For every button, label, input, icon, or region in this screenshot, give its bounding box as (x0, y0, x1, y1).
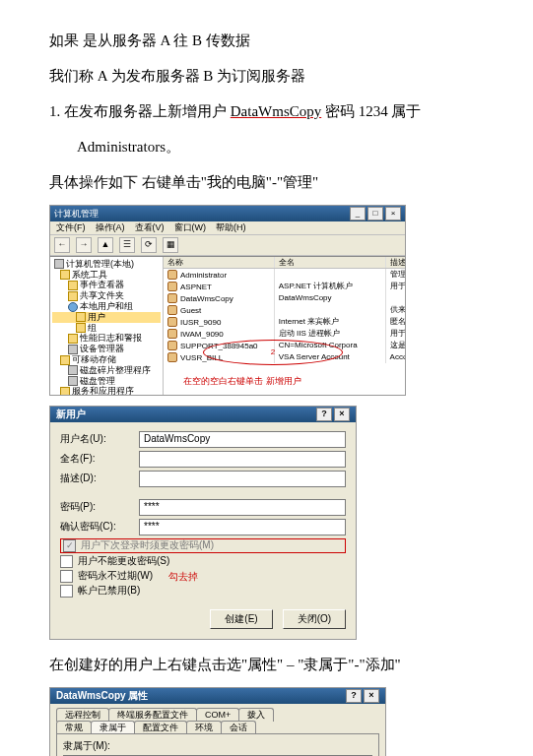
tree-svcapp[interactable]: 服务和应用程序 (52, 386, 161, 394)
chk-disabled-label: 帐户已禁用(B) (78, 585, 140, 597)
minimize-button[interactable]: _ (350, 207, 366, 220)
chk-never-expire-label: 密码永不过期(W) (78, 570, 153, 582)
cm-toolbar: ← → ▲ ☰ ⟳ ▦ (50, 235, 405, 256)
tree-users[interactable]: 用户 (52, 312, 161, 323)
list-item[interactable]: IUSR_9090Internet 来宾帐户匿名访问 Intern (164, 316, 405, 328)
close-button[interactable]: × (364, 689, 379, 703)
annotation-note: 勾去掉 (168, 571, 346, 583)
cm-list: 名称 全名 描述 Administrator管理计算机(域)的 ASPNETAS… (164, 257, 405, 395)
chk-disabled[interactable]: 帐户已禁用(B) (60, 585, 346, 598)
tree-shared[interactable]: 共享文件夹 (52, 290, 161, 301)
cm-tree: 计算机管理(本地) 系统工具 事件查看器 共享文件夹 本地用户和组 用户 组 性… (50, 257, 164, 395)
para-4: 具体操作如下 右键单击"我的电脑"-"管理" (49, 167, 484, 197)
username-input[interactable]: DataWmsCopy (139, 431, 346, 448)
computer-management-window: 计算机管理 _ □ × 文件(F) 操作(A) 查看(V) 窗口(W) 帮助(H… (49, 205, 406, 396)
tree-sys[interactable]: 系统工具 (52, 270, 161, 281)
user-icon (167, 305, 177, 315)
menu-window[interactable]: 窗口(W) (174, 222, 207, 233)
tab-tsprofile[interactable]: 终端服务配置文件 (108, 708, 197, 722)
user-icon (167, 317, 177, 327)
tab-env[interactable]: 环境 (186, 721, 222, 734)
datawmscopy-underline: DataWmsCopy (231, 103, 321, 119)
nu-title: 新用户 (56, 409, 86, 420)
pr-tabs: 远程控制 终端服务配置文件 COM+ 拨入 常规 隶属于 配置文件 环境 会话 (50, 704, 385, 734)
col-desc[interactable]: 描述 (386, 257, 405, 269)
checkbox-icon (60, 570, 73, 583)
chk-must-change-label: 用户下次登录时须更改密码(M) (81, 539, 214, 551)
password-input[interactable]: **** (139, 499, 346, 516)
menu-action[interactable]: 操作(A) (96, 222, 125, 233)
fullname-input[interactable] (139, 451, 346, 468)
pr-titlebar: DataWmsCopy 属性 ? × (50, 688, 385, 704)
memberof-label: 隶属于(M): (63, 740, 372, 752)
lbl-desc: 描述(D): (60, 472, 139, 484)
col-full[interactable]: 全名 (275, 257, 386, 269)
menu-file[interactable]: 文件(F) (56, 222, 86, 233)
tree-defrag[interactable]: 磁盘碎片整理程序 (52, 365, 161, 376)
list-item[interactable]: Guest供来宾访问计算机 (164, 304, 405, 316)
tree-devmgr[interactable]: 设备管理器 (52, 344, 161, 354)
cm-titlebar: 计算机管理 _ □ × (50, 206, 405, 221)
tree-perf[interactable]: 性能日志和警报 (52, 333, 161, 344)
checkbox-icon (60, 555, 73, 568)
tab-session[interactable]: 会话 (221, 721, 256, 734)
user-icon (167, 293, 177, 303)
menu-view[interactable]: 查看(V) (135, 222, 165, 233)
forward-icon[interactable]: → (76, 237, 92, 253)
tab-profile[interactable]: 配置文件 (134, 721, 187, 734)
para-3b: 密码 1234 属于 (321, 103, 421, 119)
export-icon[interactable]: ▦ (163, 237, 178, 253)
pr-sheet: 隶属于(M): Administrators SQLServer2005MSSQ… (56, 733, 379, 756)
user-icon (167, 341, 177, 350)
cm-menubar: 文件(F) 操作(A) 查看(V) 窗口(W) 帮助(H) (50, 221, 405, 235)
para-3c: Administrators。 (49, 132, 484, 161)
props-icon[interactable]: ☰ (119, 237, 135, 253)
para-3a: 1. 在发布服务器上新增用户 (49, 103, 231, 119)
desc-input[interactable] (139, 471, 346, 487)
tree-event[interactable]: 事件查看器 (52, 280, 161, 290)
para-5: 在创建好的用户上右键点击选"属性" – "隶属于"-"添加" (49, 650, 484, 679)
list-item[interactable]: DataWmsCopyDataWmsCopy (164, 292, 405, 304)
tab-memberof[interactable]: 隶属于 (91, 721, 135, 734)
tab-remote[interactable]: 远程控制 (56, 708, 109, 722)
up-icon[interactable]: ▲ (98, 237, 113, 253)
tab-general[interactable]: 常规 (56, 721, 92, 734)
confirm-input[interactable]: **** (139, 519, 346, 536)
back-icon[interactable]: ← (54, 237, 70, 253)
tab-complus[interactable]: COM+ (196, 708, 239, 722)
tree-storage[interactable]: 可移动存储 (52, 354, 161, 365)
lbl-fullname: 全名(F): (60, 453, 139, 465)
tree-diskmgr[interactable]: 磁盘管理 (52, 376, 161, 387)
tab-dialin[interactable]: 拨入 (238, 708, 274, 722)
cm-title: 计算机管理 (54, 209, 99, 220)
para-1: 如果 是从服务器 A 往 B 传数据 (49, 26, 484, 55)
maximize-button[interactable]: □ (367, 207, 383, 220)
list-item[interactable]: IWAM_9090启动 IIS 进程帐户用于启动进程外应 (164, 328, 405, 340)
close-button[interactable]: × (385, 207, 401, 220)
user-icon (167, 282, 177, 291)
list-item[interactable]: Administrator管理计算机(域)的 (164, 269, 405, 281)
tree-localusers[interactable]: 本地用户和组 (52, 301, 161, 312)
para-3: 1. 在发布服务器上新增用户 DataWmsCopy 密码 1234 属于 (49, 96, 484, 126)
annotation-hint: 在空的空白右键单击 新增用户 (183, 376, 301, 387)
user-icon (167, 352, 177, 362)
nu-titlebar: 新用户 ? × (50, 407, 356, 422)
help-button[interactable]: ? (346, 689, 362, 703)
help-button[interactable]: ? (316, 408, 332, 421)
tree-groups[interactable]: 组 (52, 323, 161, 334)
lbl-confirm: 确认密码(C): (60, 521, 139, 533)
annotation-ellipse: 2 (203, 340, 343, 365)
list-header: 名称 全名 描述 (164, 257, 405, 270)
checkbox-icon: ✓ (63, 539, 76, 552)
create-button[interactable]: 创建(E) (210, 609, 273, 629)
new-user-dialog: 新用户 ? × 用户名(U):DataWmsCopy 全名(F): 描述(D):… (49, 406, 357, 640)
menu-help[interactable]: 帮助(H) (216, 222, 246, 233)
col-name[interactable]: 名称 (164, 257, 275, 269)
close-dialog-button[interactable]: 关闭(O) (283, 609, 346, 629)
chk-must-change[interactable]: ✓ 用户下次登录时须更改密码(M) (60, 538, 346, 553)
close-button[interactable]: × (334, 408, 350, 421)
chk-cant-change[interactable]: 用户不能更改密码(S) (60, 555, 346, 568)
refresh-icon[interactable]: ⟳ (141, 237, 157, 253)
tree-root[interactable]: 计算机管理(本地) (52, 259, 161, 270)
list-item[interactable]: ASPNETASP.NET 计算机帐户用于运行 ASP.NE (164, 281, 405, 292)
